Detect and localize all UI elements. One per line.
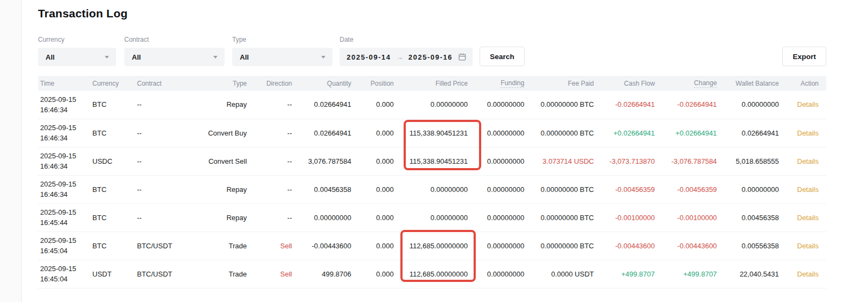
- cell-time-line: 16:45:04: [40, 246, 92, 256]
- cell-currency: BTC: [92, 91, 137, 119]
- cell-action: Details: [779, 232, 826, 260]
- cell-fee_paid: 0.00000000 BTC: [524, 175, 593, 203]
- cell-change: -0.00456359: [655, 175, 717, 203]
- cell-cash_flow: -0.00443600: [594, 232, 655, 260]
- cell-contract: --: [137, 119, 199, 147]
- table-row: 2025-09-1516:46:34BTC--Convert Buy--0.02…: [38, 119, 826, 147]
- cell-direction: --: [247, 203, 292, 232]
- cell-time: 2025-09-1516:45:04: [38, 260, 92, 288]
- details-link[interactable]: Details: [797, 242, 819, 250]
- cell-fee_paid: 0.00000000 BTC: [524, 232, 593, 260]
- cell-filled_price: 115,338.90451231: [394, 119, 468, 147]
- column-header-quantity: Quantity: [292, 76, 351, 91]
- cell-direction: --: [247, 119, 292, 147]
- filter-bar: Currency All Contract All Type All: [38, 36, 826, 66]
- cell-change: -0.02664941: [655, 91, 717, 119]
- currency-filter: Currency All: [38, 36, 116, 66]
- cell-type: Trade: [199, 232, 247, 260]
- cell-wallet_balance: 0.00000000: [717, 91, 778, 119]
- cell-filled_price: 0.00000000: [394, 175, 468, 203]
- cell-filled_price: 112,685.00000000: [394, 232, 468, 260]
- cell-cash_flow: -0.00100000: [594, 203, 655, 232]
- date-filter: Date 2025-09-14 → 2025-09-16: [340, 36, 473, 66]
- column-header-filled_price: Filled Price: [394, 76, 468, 91]
- column-header-cash_flow: Cash Flow: [594, 76, 655, 91]
- date-range-input[interactable]: 2025-09-14 → 2025-09-16: [340, 48, 473, 66]
- cell-change: -0.00100000: [655, 203, 717, 232]
- cell-quantity: 0.02664941: [292, 119, 351, 147]
- currency-select-value: All: [46, 53, 55, 61]
- cell-funding: 0.00000000: [468, 119, 524, 147]
- left-rail-divider: [0, 0, 22, 302]
- cell-fee_paid: 0.00000000 BTC: [524, 91, 593, 119]
- column-header-direction: Direction: [247, 76, 292, 91]
- column-header-position: Position: [352, 76, 394, 91]
- cell-time: 2025-09-1516:46:34: [38, 147, 92, 175]
- date-from-value: 2025-09-14: [347, 53, 391, 61]
- cell-wallet_balance: 0.00456358: [717, 203, 778, 232]
- main-content: Transaction Log Currency All Contract Al…: [38, 0, 826, 288]
- export-button[interactable]: Export: [782, 47, 826, 66]
- details-link[interactable]: Details: [797, 185, 819, 194]
- cell-time-line: 16:46:34: [40, 161, 92, 171]
- cell-date-line: 2025-09-15: [40, 264, 92, 274]
- column-header-funding: Funding: [468, 76, 524, 91]
- cell-time-line: 16:45:44: [40, 217, 92, 228]
- cell-direction: Sell: [247, 232, 292, 260]
- column-header-time: Time: [38, 76, 92, 91]
- cell-currency: USDC: [92, 147, 137, 175]
- cell-currency: BTC: [92, 232, 137, 260]
- column-header-action: Action: [779, 76, 826, 91]
- chevron-down-icon: [321, 56, 326, 59]
- cell-direction: Sell: [247, 260, 292, 288]
- cell-direction: --: [247, 91, 292, 119]
- cell-quantity: 0.00456358: [292, 175, 351, 203]
- cell-cash_flow: -3,073.713870: [594, 147, 655, 175]
- cell-date-line: 2025-09-15: [40, 207, 92, 217]
- details-link[interactable]: Details: [797, 270, 819, 278]
- cell-date-line: 2025-09-15: [40, 151, 92, 161]
- table-header-row: TimeCurrencyContractTypeDirectionQuantit…: [38, 76, 826, 91]
- currency-filter-label: Currency: [38, 36, 116, 43]
- cell-time-line: 16:46:34: [40, 189, 92, 200]
- cell-action: Details: [779, 119, 826, 147]
- table-row: 2025-09-1516:45:44BTC--Repay--0.00000000…: [38, 203, 826, 232]
- type-filter-label: Type: [232, 36, 333, 43]
- cell-type: Repay: [199, 175, 247, 203]
- date-to-value: 2025-09-16: [409, 53, 453, 61]
- cell-direction: --: [247, 175, 292, 203]
- contract-select-value: All: [132, 53, 141, 61]
- cell-position: 0.000: [352, 91, 394, 119]
- cell-time: 2025-09-1516:46:34: [38, 119, 92, 147]
- cell-time: 2025-09-1516:45:04: [38, 232, 92, 260]
- column-header-change: Change: [655, 76, 717, 91]
- contract-select[interactable]: All: [124, 48, 225, 66]
- transaction-log-page: Transaction Log Currency All Contract Al…: [0, 0, 868, 302]
- type-filter: Type All: [232, 36, 333, 66]
- cell-wallet_balance: 0.00556358: [717, 232, 778, 260]
- details-link[interactable]: Details: [797, 129, 819, 137]
- cell-funding: 0.00000000: [468, 260, 524, 288]
- cell-filled_price: 0.00000000: [394, 203, 468, 232]
- contract-filter-label: Contract: [124, 36, 225, 43]
- details-link[interactable]: Details: [797, 214, 819, 222]
- page-title: Transaction Log: [38, 7, 826, 20]
- cell-action: Details: [779, 260, 826, 288]
- column-header-contract: Contract: [137, 76, 199, 91]
- type-select[interactable]: All: [232, 48, 333, 66]
- cell-contract: BTC/USDT: [137, 232, 199, 260]
- table-row: 2025-09-1516:45:04USDTBTC/USDTTradeSell4…: [38, 260, 826, 288]
- cell-contract: --: [137, 91, 199, 119]
- search-button[interactable]: Search: [480, 47, 525, 66]
- cell-action: Details: [779, 147, 826, 175]
- cell-position: 0.000: [352, 119, 394, 147]
- cell-time: 2025-09-1516:45:44: [38, 203, 92, 232]
- cell-currency: BTC: [92, 119, 137, 147]
- transaction-table: TimeCurrencyContractTypeDirectionQuantit…: [38, 76, 826, 288]
- currency-select[interactable]: All: [38, 48, 116, 66]
- table-row: 2025-09-1516:46:34BTC--Repay--0.00456358…: [38, 175, 826, 203]
- cell-position: 0.000: [352, 147, 394, 175]
- details-link[interactable]: Details: [797, 100, 819, 108]
- details-link[interactable]: Details: [797, 157, 819, 165]
- cell-fee_paid: 0.0000 USDT: [524, 260, 593, 288]
